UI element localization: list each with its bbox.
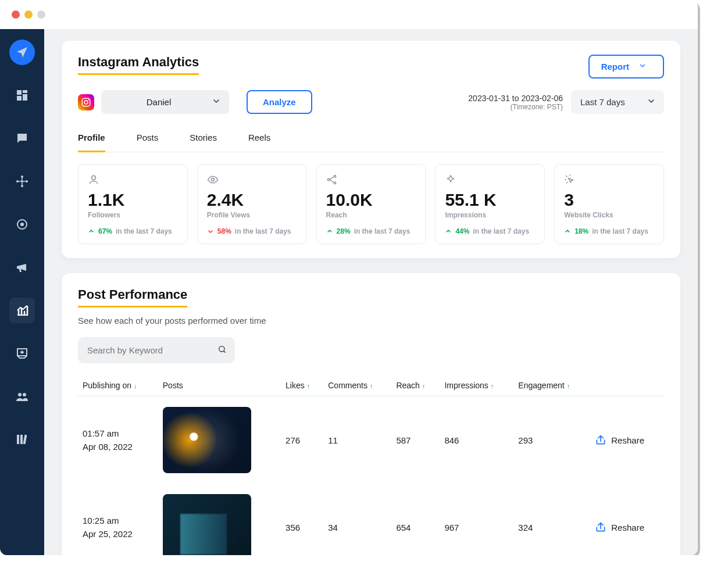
spark-icon bbox=[445, 174, 535, 188]
metric-card: 2.4K Profile Views 58% in the last 7 day… bbox=[197, 164, 307, 244]
cell-post-thumb[interactable] bbox=[158, 396, 281, 484]
hub-icon bbox=[15, 174, 29, 188]
cell-engagement: 293 bbox=[513, 396, 590, 484]
date-range: 2023-01-31 to 2023-02-06 (Timezone: PST) bbox=[468, 94, 563, 111]
metric-label: Website Clicks bbox=[564, 211, 654, 219]
tab-profile[interactable]: Profile bbox=[78, 127, 105, 152]
post-thumbnail[interactable] bbox=[163, 494, 251, 555]
report-button-label: Report bbox=[601, 62, 629, 71]
metric-pct: 44% bbox=[455, 227, 469, 235]
table-row: 01:57 am Apr 08, 2022 276 11 587 846 293… bbox=[78, 396, 664, 484]
timezone-label: (Timezone: PST) bbox=[468, 103, 563, 111]
window-minimize-dot[interactable] bbox=[24, 10, 33, 19]
col-likes[interactable]: Likes↑ bbox=[281, 375, 323, 396]
metric-value: 55.1 K bbox=[445, 190, 535, 210]
metric-delta: 28% in the last 7 days bbox=[326, 227, 416, 235]
account-select[interactable]: Daniel bbox=[101, 90, 229, 114]
metric-period: in the last 7 days bbox=[592, 227, 648, 235]
page-title: Instagram Analytics bbox=[78, 55, 199, 75]
metric-label: Reach bbox=[326, 211, 416, 219]
metric-label: Profile Views bbox=[207, 211, 297, 219]
date-range-value: 2023-01-31 to 2023-02-06 bbox=[468, 94, 563, 103]
metric-card: 1.1K Followers 67% in the last 7 days bbox=[78, 164, 188, 244]
trend-down-icon bbox=[207, 228, 214, 235]
metric-card: 3 Website Clicks 18% in the last 7 days bbox=[554, 164, 664, 244]
window-max-dot[interactable] bbox=[37, 10, 45, 19]
col-impressions[interactable]: Impressions↑ bbox=[440, 375, 513, 396]
report-button[interactable]: Report bbox=[588, 55, 664, 78]
col-publishing[interactable]: Publishing on↓ bbox=[78, 375, 158, 396]
nav-campaigns[interactable] bbox=[9, 255, 35, 280]
analytics-tabs: ProfilePostsStoriesReels bbox=[78, 127, 664, 152]
search-icon bbox=[217, 345, 227, 356]
cell-likes: 276 bbox=[281, 396, 323, 484]
metric-period: in the last 7 days bbox=[354, 227, 411, 235]
period-select[interactable]: Last 7 days bbox=[571, 90, 664, 114]
metric-pct: 18% bbox=[574, 227, 588, 235]
tab-reels[interactable]: Reels bbox=[248, 127, 270, 152]
instagram-icon bbox=[78, 94, 94, 110]
chart-icon bbox=[15, 303, 29, 317]
metric-period: in the last 7 days bbox=[116, 227, 172, 235]
reshare-label: Reshare bbox=[611, 435, 644, 445]
reshare-button[interactable]: Reshare bbox=[595, 434, 659, 446]
cell-impressions: 846 bbox=[440, 396, 513, 484]
megaphone-icon bbox=[15, 260, 29, 274]
window-close-dot[interactable] bbox=[12, 10, 20, 19]
cell-post-thumb[interactable] bbox=[158, 484, 281, 555]
tab-stories[interactable]: Stories bbox=[190, 127, 217, 152]
user-icon bbox=[88, 174, 178, 188]
paper-plane-icon bbox=[15, 45, 29, 59]
metric-value: 1.1K bbox=[88, 190, 178, 210]
metric-pct: 58% bbox=[217, 227, 231, 235]
cell-likes: 356 bbox=[281, 484, 323, 555]
analyze-button[interactable]: Analyze bbox=[247, 90, 312, 114]
reshare-button[interactable]: Reshare bbox=[595, 521, 659, 533]
nav-dashboard[interactable] bbox=[9, 83, 35, 108]
posts-table: Publishing on↓ Posts Likes↑ Comments↑ Re… bbox=[78, 375, 664, 555]
target-icon bbox=[15, 217, 29, 231]
metric-value: 2.4K bbox=[207, 190, 297, 210]
nav-inbox[interactable] bbox=[9, 341, 35, 366]
eye-icon bbox=[207, 174, 297, 188]
nav-messages[interactable] bbox=[9, 126, 35, 151]
metric-period: in the last 7 days bbox=[473, 227, 529, 235]
cell-reach: 654 bbox=[391, 484, 440, 555]
metric-delta: 18% in the last 7 days bbox=[564, 227, 654, 235]
search-input[interactable] bbox=[78, 337, 235, 363]
metrics-row: 1.1K Followers 67% in the last 7 days 2.… bbox=[78, 164, 664, 244]
nav-analytics[interactable] bbox=[9, 298, 35, 323]
nav-team[interactable] bbox=[9, 384, 35, 409]
metric-pct: 67% bbox=[98, 227, 112, 235]
nav-hub[interactable] bbox=[9, 169, 35, 194]
cell-publishing: 01:57 am Apr 08, 2022 bbox=[78, 396, 158, 484]
metric-delta: 67% in the last 7 days bbox=[88, 227, 178, 235]
metric-card: 10.0K Reach 28% in the last 7 days bbox=[316, 164, 426, 244]
col-engagement[interactable]: Engagement↑ bbox=[513, 375, 590, 396]
metric-delta: 44% in the last 7 days bbox=[445, 227, 535, 235]
cell-engagement: 324 bbox=[513, 484, 590, 555]
trend-up-icon bbox=[564, 228, 571, 235]
trend-up-icon bbox=[326, 228, 333, 235]
chevron-down-icon bbox=[638, 62, 647, 71]
metric-period: in the last 7 days bbox=[235, 227, 291, 235]
app-logo[interactable] bbox=[9, 40, 35, 65]
nav-library[interactable] bbox=[9, 427, 35, 452]
post-performance-subtitle: See how each of your posts performed ove… bbox=[78, 316, 664, 326]
analytics-card: Instagram Analytics Report Daniel Analyz… bbox=[62, 41, 680, 258]
table-row: 10:25 am Apr 25, 2022 356 34 654 967 324… bbox=[78, 484, 664, 555]
col-comments[interactable]: Comments↑ bbox=[323, 375, 391, 396]
trend-up-icon bbox=[88, 228, 95, 235]
cell-comments: 11 bbox=[323, 396, 391, 484]
nav-target[interactable] bbox=[9, 212, 35, 237]
post-performance-card: Post Performance See how each of your po… bbox=[62, 273, 680, 555]
cell-reach: 587 bbox=[391, 396, 440, 484]
cell-impressions: 967 bbox=[440, 484, 513, 555]
trend-up-icon bbox=[445, 228, 452, 235]
metric-delta: 58% in the last 7 days bbox=[207, 227, 297, 235]
col-reach[interactable]: Reach↑ bbox=[391, 375, 440, 396]
col-posts[interactable]: Posts bbox=[158, 375, 281, 396]
reshare-label: Reshare bbox=[611, 523, 644, 532]
post-thumbnail[interactable] bbox=[163, 407, 251, 473]
tab-posts[interactable]: Posts bbox=[137, 127, 159, 152]
